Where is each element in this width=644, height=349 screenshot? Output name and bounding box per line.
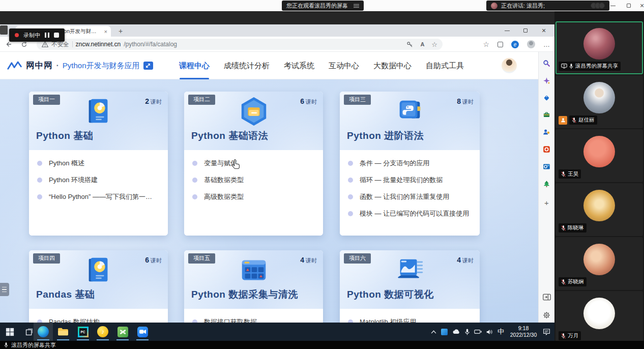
sidebar-settings-icon[interactable] [542,310,552,320]
lesson-item[interactable]: 条件 — 分支语句的应用 [348,155,472,171]
system-tray: 中 9:18 2022/12/30 [431,323,554,341]
project-badge: 项目四 [33,253,60,264]
main-nav: 课程中心 成绩统计分析 考试系统 互动中心 大数据中心 自助式工具 [179,52,464,79]
meeting-maximize-button[interactable] [627,0,631,11]
read-aloud-icon[interactable] [420,41,424,47]
ie-mode-icon[interactable] [511,41,519,48]
expand-badge-icon[interactable] [143,62,153,70]
taskbar-clock[interactable]: 9:18 2022/12/30 [509,325,538,338]
brand-separator: · [56,61,59,70]
lesson-item[interactable]: Python 环境搭建 [37,171,160,188]
nav-exam-system[interactable]: 考试系统 [284,52,314,79]
sidebar-shopping-icon[interactable] [542,93,552,103]
participant-tile[interactable]: 滚昌秀的屏幕共享 [555,21,643,74]
sidebar-tree-icon[interactable] [542,179,552,189]
course-card-python-basics[interactable]: 项目一 2课时 Python 基础 Python 概述 Python 环境搭建 … [29,92,168,236]
lesson-item[interactable]: Python 概述 [37,155,160,171]
nav-course-center[interactable]: 课程中心 [179,52,210,79]
course-card-data-collection[interactable]: 项目五 4课时 Python 数据采集与清洗 数据接口获取数据 [184,250,323,323]
sidebar-people-icon[interactable] [542,127,552,137]
taskbar-meeting-icon[interactable] [133,323,152,341]
lesson-item[interactable]: 函数 — 让我们的算法重复使用 [348,188,472,205]
taskbar-green-app-icon[interactable] [113,323,132,341]
participant-tile[interactable]: 陈晓琳 [555,183,643,236]
participant-tile[interactable]: 王昊 [555,129,643,182]
lesson-item[interactable]: 循环 — 批量处理我们的数据 [348,171,472,188]
watching-banner: 您正在观看滚昌秀的屏幕 [282,1,364,11]
course-card-python-advanced[interactable]: 项目三 8课时 Python 进阶语法 条件 — 分支语句的应用 循环 — 批量… [340,92,480,236]
project-badge: 项目一 [33,95,60,105]
banner-menu-icon[interactable] [354,4,359,8]
start-button[interactable] [0,323,19,341]
lesson-item[interactable]: 高级数据类型 [192,188,315,205]
tray-app-icon[interactable] [441,329,448,335]
favorites-bar-icon[interactable] [483,40,489,49]
sidebar-office-icon[interactable] [542,144,552,154]
lesson-item[interactable]: 基础数据类型 [192,171,315,188]
sidebar-search-icon[interactable] [542,58,552,68]
site-user-avatar[interactable] [502,58,517,73]
taskbar-pycharm-icon[interactable]: PC [73,323,93,341]
browser-profile-icon[interactable] [527,40,535,48]
meeting-close-button[interactable] [640,0,644,11]
stop-recording-button[interactable] [54,33,59,38]
nav-grade-stats[interactable]: 成绩统计分析 [224,52,270,79]
password-key-icon[interactable] [406,41,413,48]
collections-icon[interactable] [497,42,503,47]
project-badge: 项目二 [188,95,215,105]
address-bar[interactable]: 不安全 zncw.netinnet.cn /python/#/fa/catalo… [37,39,443,50]
lesson-item[interactable]: 模块 — 让已编写的代码可以直接使用 [348,205,472,222]
participant-avatar [583,190,615,221]
hours-badge: 8课时 [457,97,474,106]
taskbar-explorer-icon[interactable] [53,323,73,341]
brand-product: Python开发与财务应用 [63,61,140,71]
lesson-item[interactable]: Matplotlib 初级应用 [348,313,472,323]
lesson-item[interactable]: 数据接口获取数据 [192,313,315,323]
card-title: Pandas 基础 [36,288,95,301]
sidebar-panel-icon[interactable] [542,292,552,302]
mic-muted-icon [561,279,566,285]
new-tab-button[interactable] [116,26,125,36]
course-card-python-syntax[interactable]: 项目二 6课时 Python 基础语法 变量与赋值 基础数据类型 高级数据类型 [184,92,323,236]
participant-avatar [583,136,615,167]
browser-more-icon[interactable] [543,40,550,49]
participant-tile[interactable]: 万月 [555,291,643,341]
participant-tile[interactable]: 赵佳丽 [555,75,643,128]
meeting-minimize-button[interactable] [610,0,616,11]
pause-recording-button[interactable] [45,33,49,38]
clock-date: 2022/12/30 [510,332,537,338]
tray-cloud-icon[interactable] [452,329,460,334]
sidebar-outlook-icon[interactable] [542,161,552,171]
tray-volume-icon[interactable] [486,329,493,335]
tray-mic-icon[interactable] [465,329,470,335]
mic-muted-icon [572,118,576,123]
lesson-item[interactable]: “Hello Python” ——写下我们第一… [37,188,160,205]
brand-logo-icon [7,61,22,70]
participant-name: 苏晓娴 [568,278,584,285]
browser-minimize-button[interactable] [499,24,516,37]
course-card-pandas-basics[interactable]: 项目四 6课时 Pandas 基础 Pandas 数据结构 [29,250,168,323]
site-brand[interactable]: 网中网 · Python开发与财务应用 [7,52,153,79]
tray-hardware-icon[interactable] [474,329,482,334]
side-handle[interactable] [0,283,9,296]
tray-chevron-icon[interactable] [431,330,436,334]
lesson-item[interactable]: 变量与赋值 [192,155,315,171]
clock-time: 9:18 [518,325,529,331]
lesson-item[interactable]: Pandas 数据结构 [37,313,160,323]
nav-selfservice-tools[interactable]: 自助式工具 [426,52,464,79]
taskbar-music-icon[interactable]: ♪ [93,323,112,341]
nav-interaction-center[interactable]: 互动中心 [329,52,359,79]
browser-maximize-button[interactable] [517,24,534,37]
sidebar-tools-icon[interactable] [542,109,552,120]
sidebar-add-icon[interactable] [542,197,552,208]
browser-close-button[interactable] [535,24,552,37]
nav-bigdata-center[interactable]: 大数据中心 [373,52,412,79]
tab-close-icon[interactable] [104,28,107,35]
add-favorite-icon[interactable] [431,41,437,48]
ime-indicator[interactable]: 中 [497,327,504,336]
participant-tile[interactable]: 苏晓娴 [555,237,643,290]
action-center-icon[interactable] [543,328,550,335]
taskbar-edge-icon[interactable] [34,323,53,341]
sidebar-discover-icon[interactable] [542,75,552,85]
course-card-data-visualization[interactable]: 项目六 4课时 Python 数据可视化 Matplotlib 初级应用 [340,250,480,323]
